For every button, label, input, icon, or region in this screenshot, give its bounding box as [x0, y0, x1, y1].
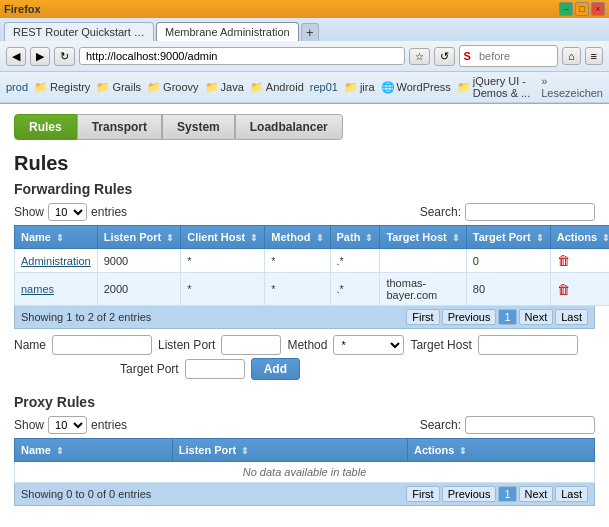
forwarding-target-host-input[interactable] [478, 335, 578, 355]
forwarding-entries-select[interactable]: 10 25 50 [48, 203, 87, 221]
sort-name-icon: ⇕ [56, 233, 64, 243]
row1-path: .* [330, 249, 380, 273]
proxy-no-data-cell: No data available in table [15, 462, 595, 483]
row2-target-host: thomas-bayer.com [380, 273, 466, 306]
proxy-show-label: Show [14, 418, 44, 432]
forward-button[interactable]: ▶ [30, 47, 50, 66]
forwarding-dt-controls: Show 10 25 50 entries Search: [14, 203, 595, 221]
row1-name-link[interactable]: Administration [21, 255, 91, 267]
tab-system[interactable]: System [162, 114, 235, 140]
row2-actions: 🗑 [550, 273, 609, 306]
col-listen-port[interactable]: Listen Port ⇕ [97, 226, 181, 249]
row1-delete-icon[interactable]: 🗑 [557, 253, 570, 268]
forwarding-page1-btn[interactable]: 1 [498, 309, 516, 325]
row1-target-port: 0 [466, 249, 550, 273]
bookmark-prod[interactable]: prod [6, 81, 28, 93]
proxy-sort-name-icon: ⇕ [56, 446, 64, 456]
row2-listen-port: 2000 [97, 273, 181, 306]
forwarding-search-input[interactable] [465, 203, 595, 221]
browser-search-input[interactable] [473, 48, 553, 64]
bookmark-grails[interactable]: 📁 Grails [96, 81, 141, 94]
forwarding-next-btn[interactable]: Next [519, 309, 554, 325]
col-client-host[interactable]: Client Host ⇕ [181, 226, 265, 249]
forwarding-pagination: Showing 1 to 2 of 2 entries First Previo… [14, 306, 595, 329]
forwarding-listen-port-label: Listen Port [158, 338, 215, 352]
proxy-page1-btn[interactable]: 1 [498, 486, 516, 502]
proxy-last-btn[interactable]: Last [555, 486, 588, 502]
forwarding-prev-btn[interactable]: Previous [442, 309, 497, 325]
row2-name-link[interactable]: names [21, 283, 54, 295]
bookmark-jira[interactable]: 📁 jira [344, 81, 375, 94]
forwarding-name-input[interactable] [52, 335, 152, 355]
window-controls: – □ × [559, 2, 605, 16]
sort-path-icon: ⇕ [365, 233, 373, 243]
title-bar: Firefox – □ × [0, 0, 609, 18]
forwarding-add-button[interactable]: Add [251, 358, 300, 380]
proxy-search-label: Search: [420, 418, 461, 432]
bookmark-registry[interactable]: 📁 Registry [34, 81, 90, 94]
reload-button[interactable]: ↻ [54, 47, 75, 66]
proxy-first-btn[interactable]: First [406, 486, 439, 502]
proxy-next-btn[interactable]: Next [519, 486, 554, 502]
col-name[interactable]: Name ⇕ [15, 226, 98, 249]
col-target-port[interactable]: Target Port ⇕ [466, 226, 550, 249]
forwarding-target-port-input[interactable] [185, 359, 245, 379]
proxy-table-header-row: Name ⇕ Listen Port ⇕ Actions ⇕ [15, 439, 595, 462]
proxy-col-listen-port[interactable]: Listen Port ⇕ [172, 439, 407, 462]
col-method[interactable]: Method ⇕ [265, 226, 330, 249]
col-target-host[interactable]: Target Host ⇕ [380, 226, 466, 249]
forwarding-show-row: Show 10 25 50 entries [14, 203, 127, 221]
back-button[interactable]: ◀ [6, 47, 26, 66]
bookmark-groovy[interactable]: 📁 Groovy [147, 81, 198, 94]
proxy-search-input[interactable] [465, 416, 595, 434]
browser-chrome: Firefox – □ × REST Router Quickstart Tut… [0, 0, 609, 104]
forwarding-search-label: Search: [420, 205, 461, 219]
bookmark-button[interactable]: ☆ [409, 48, 430, 65]
forwarding-target-port-label: Target Port [120, 362, 179, 376]
sort-target-port-icon: ⇕ [536, 233, 544, 243]
bookmark-android[interactable]: 📁 Android [250, 81, 304, 94]
url-bar[interactable] [79, 47, 405, 65]
forwarding-pagination-buttons: First Previous 1 Next Last [406, 309, 588, 325]
proxy-entries-select[interactable]: 10 25 50 [48, 416, 87, 434]
tab-loadbalancer[interactable]: Loadbalancer [235, 114, 343, 140]
minimize-button[interactable]: – [559, 2, 573, 16]
forwarding-last-btn[interactable]: Last [555, 309, 588, 325]
forwarding-listen-port-input[interactable] [221, 335, 281, 355]
sort-listen-port-icon: ⇕ [166, 233, 174, 243]
tab-rules[interactable]: Rules [14, 114, 77, 140]
reload-stop-button[interactable]: ↺ [434, 47, 455, 66]
bookmark-jquery[interactable]: 📁 jQuery UI - Demos & ... [457, 75, 535, 99]
forwarding-rules-heading: Forwarding Rules [14, 181, 595, 197]
row2-target-port: 80 [466, 273, 550, 306]
bookmark-wordpress[interactable]: 🌐 WordPress [381, 81, 451, 94]
home-button[interactable]: ⌂ [562, 47, 581, 65]
close-button[interactable]: × [591, 2, 605, 16]
tab-transport[interactable]: Transport [77, 114, 162, 140]
col-path[interactable]: Path ⇕ [330, 226, 380, 249]
sort-actions-icon: ⇕ [602, 233, 609, 243]
search-engine-icon: S [464, 50, 471, 62]
row1-target-host [380, 249, 466, 273]
col-actions[interactable]: Actions ⇕ [550, 226, 609, 249]
browser-tab-2[interactable]: Membrane Administration [156, 22, 299, 41]
proxy-col-name[interactable]: Name ⇕ [15, 439, 173, 462]
sort-client-host-icon: ⇕ [250, 233, 258, 243]
forwarding-method-select[interactable]: * GET POST PUT DELETE [333, 335, 404, 355]
new-tab-button[interactable]: + [301, 23, 319, 41]
row2-delete-icon[interactable]: 🗑 [557, 282, 570, 297]
maximize-button[interactable]: □ [575, 2, 589, 16]
proxy-col-actions[interactable]: Actions ⇕ [407, 439, 594, 462]
browser-tab-1[interactable]: REST Router Quickstart Tutorial [4, 22, 154, 41]
proxy-rules-section: Proxy Rules Show 10 25 50 entries Search… [14, 394, 595, 511]
menu-button[interactable]: ≡ [585, 47, 603, 65]
forwarding-first-btn[interactable]: First [406, 309, 439, 325]
proxy-dt-controls: Show 10 25 50 entries Search: [14, 416, 595, 434]
proxy-search-row: Search: [420, 416, 595, 434]
bookmark-java[interactable]: 📁 Java [205, 81, 244, 94]
proxy-prev-btn[interactable]: Previous [442, 486, 497, 502]
proxy-show-row: Show 10 25 50 entries [14, 416, 127, 434]
row1-name: Administration [15, 249, 98, 273]
page-heading: Rules [14, 152, 595, 175]
bookmark-rep01[interactable]: rep01 [310, 81, 338, 93]
